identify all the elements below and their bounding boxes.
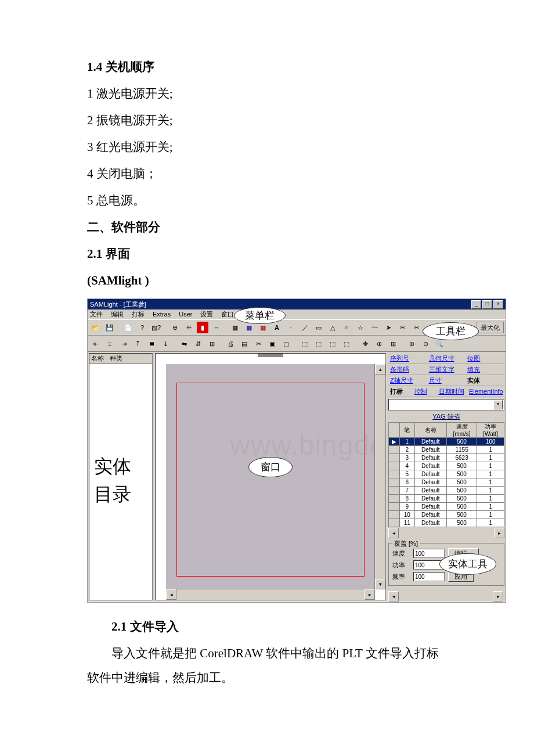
- scroll-right-icon[interactable]: ▸: [365, 589, 375, 600]
- menu-settings[interactable]: 设置: [200, 309, 213, 319]
- step-2: 2 振镜电源开关;: [87, 108, 447, 132]
- profile-dropdown[interactable]: ▾: [388, 399, 504, 411]
- align-bottom-icon[interactable]: ⤓: [159, 337, 172, 350]
- maximize-button[interactable]: 最大化: [477, 322, 504, 333]
- triangle-icon[interactable]: △: [326, 321, 339, 334]
- sel4-icon[interactable]: ⬚: [340, 337, 353, 350]
- menu-mark[interactable]: 打标: [132, 309, 145, 319]
- canvas-scroll-h[interactable]: ◂ ▸: [166, 589, 375, 600]
- tab-datetime[interactable]: 日期时间: [439, 388, 464, 395]
- pen-row[interactable]: 10Default5001: [389, 511, 504, 519]
- flip-v-icon[interactable]: ⇵: [192, 337, 204, 350]
- pen-row[interactable]: 4Default5001: [389, 462, 504, 470]
- tab-3dtext[interactable]: 三维文字: [429, 366, 454, 373]
- align-left-icon[interactable]: ⇤: [89, 337, 102, 350]
- canvas-scroll-v[interactable]: ▴ ▾: [374, 364, 385, 589]
- curve-icon[interactable]: 〰: [368, 321, 381, 334]
- tab-control[interactable]: 控制: [414, 388, 427, 395]
- pen-row[interactable]: 2Default11551: [389, 446, 504, 454]
- menu-edit[interactable]: 编辑: [111, 309, 124, 319]
- pen-row[interactable]: 8Default5001: [389, 495, 504, 503]
- panel-scroll-right-icon[interactable]: ▸: [493, 591, 503, 602]
- zoom-in-icon[interactable]: ⊕: [405, 337, 418, 350]
- grid1-icon[interactable]: ▦: [229, 321, 241, 334]
- pen-row[interactable]: 6Default5001: [389, 478, 504, 487]
- chevron-down-icon[interactable]: ▾: [493, 400, 503, 409]
- target-icon[interactable]: ⊕: [168, 321, 181, 334]
- fill-icon[interactable]: ▮: [196, 321, 209, 334]
- flip-h-icon[interactable]: ⇋: [178, 337, 190, 350]
- tab-geometry[interactable]: 几何尺寸: [429, 355, 454, 362]
- tab-entity[interactable]: 实体: [467, 377, 480, 384]
- sel2-icon[interactable]: ⬚: [312, 337, 325, 350]
- save-icon[interactable]: 💾: [103, 321, 116, 334]
- sel3-icon[interactable]: ⬚: [326, 337, 339, 350]
- pen-row[interactable]: 11Default5001: [389, 519, 504, 527]
- pen-row[interactable]: 5Default5001: [389, 470, 504, 478]
- pointer-icon[interactable]: ➤: [382, 321, 395, 334]
- minimize-icon[interactable]: _: [471, 300, 481, 309]
- pen-row[interactable]: 7Default5001: [389, 487, 504, 495]
- open-icon[interactable]: 📂: [89, 321, 102, 334]
- zoom-out-icon[interactable]: ⊖: [419, 337, 432, 350]
- cut-icon[interactable]: ✂: [396, 321, 409, 334]
- sel1-icon[interactable]: ⬚: [298, 337, 311, 350]
- grid-scroll-left-icon[interactable]: ◂: [388, 528, 399, 538]
- maximize-icon[interactable]: □: [482, 300, 492, 309]
- area2-icon[interactable]: ▢: [280, 337, 293, 350]
- pen-row[interactable]: 9Default5001: [389, 503, 504, 511]
- scroll-down-icon[interactable]: ▾: [375, 579, 385, 589]
- context-help-icon[interactable]: ▧?: [150, 321, 163, 334]
- scroll-up-icon[interactable]: ▴: [375, 364, 385, 375]
- align-top-icon[interactable]: ⤒: [131, 337, 144, 350]
- pen-grid[interactable]: 笔 名称 速度 [mm/s] 功率 [Watt] ▶1Default500100…: [388, 422, 504, 527]
- print-icon[interactable]: 🖨: [224, 337, 237, 350]
- line-icon[interactable]: ／: [298, 321, 311, 334]
- tab-dim[interactable]: 尺寸: [429, 377, 442, 384]
- text-icon[interactable]: A: [270, 321, 283, 334]
- point-icon[interactable]: ·: [284, 321, 297, 334]
- tab-mark[interactable]: 打标: [390, 388, 403, 395]
- copy-icon[interactable]: 📄: [122, 321, 135, 334]
- override-speed-input[interactable]: [413, 549, 445, 558]
- main-area: 名称 种类 实体 目录 www.bingdoc.co 窗口 ▴ ▾: [88, 352, 506, 602]
- group-icon[interactable]: ⊞: [205, 337, 218, 350]
- move-icon[interactable]: ↔: [210, 321, 223, 334]
- grid-scroll-right-icon[interactable]: ▸: [494, 528, 504, 538]
- pen-row[interactable]: ▶1Default500100: [389, 438, 504, 446]
- circle-icon[interactable]: ○: [340, 321, 353, 334]
- rect-icon[interactable]: ▭: [312, 321, 325, 334]
- layers-icon[interactable]: ▤: [238, 337, 251, 350]
- help-icon[interactable]: ?: [136, 321, 149, 334]
- heading-software: 二、软件部分: [87, 215, 447, 239]
- properties-panel: 序列号 几何尺寸 位图 条形码 三维文字 填充 Z轴尺寸 尺寸 实体: [388, 353, 504, 600]
- centerfit-icon[interactable]: ✥: [359, 337, 371, 350]
- override-freq-input[interactable]: [413, 572, 445, 581]
- pen-row[interactable]: 3Default66231: [389, 454, 504, 462]
- tab-serial[interactable]: 序列号: [390, 355, 409, 362]
- tab-hatch[interactable]: 填充: [467, 366, 480, 373]
- menu-user[interactable]: User: [179, 309, 192, 319]
- panel-scroll-left-icon[interactable]: ◂: [388, 591, 399, 602]
- fit2-icon[interactable]: ⊕: [373, 337, 385, 350]
- pen-col-power: 功率 [Watt]: [477, 423, 504, 438]
- scroll-left-icon[interactable]: ◂: [166, 589, 176, 600]
- fit3-icon[interactable]: ⊞: [387, 337, 399, 350]
- laser-icon[interactable]: ⁜: [182, 321, 195, 334]
- menu-window[interactable]: 窗口: [221, 309, 234, 319]
- area1-icon[interactable]: ▣: [266, 337, 279, 350]
- menu-extras[interactable]: Extras: [153, 309, 171, 319]
- align-center-h-icon[interactable]: ≡: [103, 337, 116, 350]
- tab-barcode[interactable]: 条形码: [390, 366, 409, 373]
- scissors-icon[interactable]: ✂: [410, 321, 423, 334]
- tab-elementinfo[interactable]: ElementInfo: [469, 388, 503, 395]
- tab-zdim[interactable]: Z轴尺寸: [390, 377, 413, 384]
- align-right-icon[interactable]: ⇥: [117, 337, 130, 350]
- tab-bitmap[interactable]: 位图: [467, 355, 480, 362]
- lock-icon[interactable]: ✂: [252, 337, 265, 350]
- star-icon[interactable]: ☆: [354, 321, 367, 334]
- drawing-canvas[interactable]: www.bingdoc.co 窗口: [166, 364, 375, 589]
- close-icon[interactable]: ×: [493, 300, 503, 309]
- menu-file[interactable]: 文件: [90, 309, 103, 319]
- align-middle-icon[interactable]: ≣: [145, 337, 158, 350]
